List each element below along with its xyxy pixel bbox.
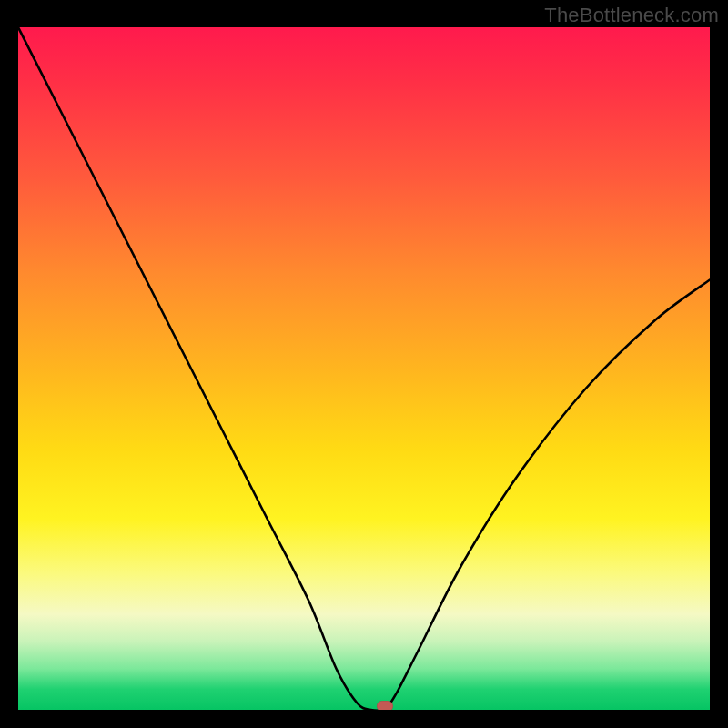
curve-path — [18, 27, 710, 710]
plot-area — [18, 27, 710, 710]
minimum-marker — [377, 701, 393, 710]
watermark-text: TheBottleneck.com — [544, 4, 719, 27]
chart-frame: TheBottleneck.com — [0, 0, 728, 728]
bottleneck-curve — [18, 27, 710, 710]
